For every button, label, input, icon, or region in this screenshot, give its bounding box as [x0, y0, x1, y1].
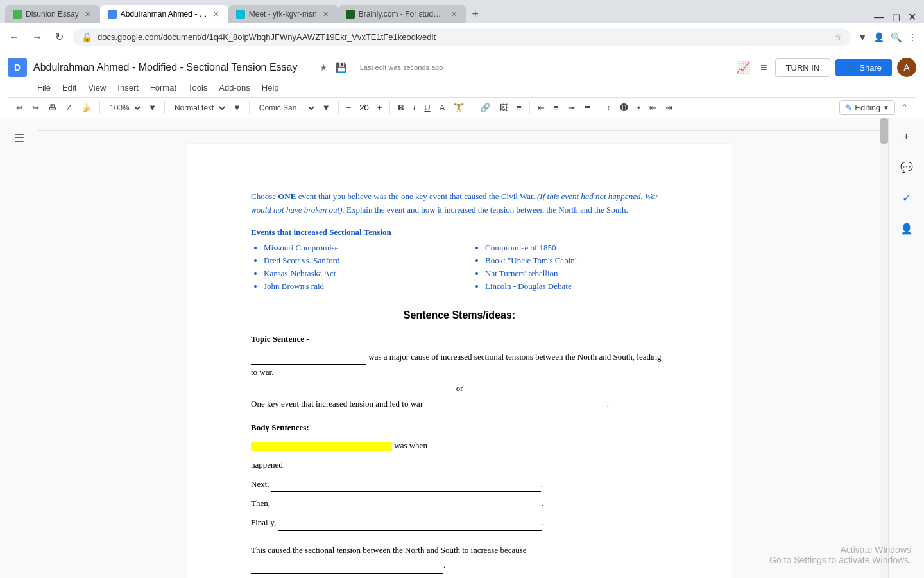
align-center[interactable]: ≡: [551, 101, 562, 114]
sidebar-add-icon[interactable]: +: [895, 125, 918, 148]
image-button[interactable]: 🖼: [496, 101, 511, 114]
share-button[interactable]: 👤 Share: [835, 59, 892, 76]
bullet-list-btn[interactable]: •: [634, 101, 644, 114]
align-left[interactable]: ⇤: [535, 101, 548, 114]
align-button[interactable]: ≡: [513, 101, 525, 114]
tab-close-docs[interactable]: ✕: [211, 10, 221, 19]
tab-label-disunion: Disunion Essay: [26, 10, 79, 19]
address-bar-input[interactable]: 🔒 docs.google.com/document/d/1q4K_8olpWb…: [73, 28, 851, 46]
tab-brainly[interactable]: Brainly.com - For students. By st... ✕: [338, 5, 466, 23]
settings-button[interactable]: ⋮: [906, 30, 919, 44]
redo-button[interactable]: ↪: [29, 101, 42, 114]
turn-in-button[interactable]: TURN IN: [775, 58, 831, 77]
search-icon[interactable]: 🔍: [889, 30, 903, 44]
menu-view[interactable]: View: [83, 81, 111, 94]
align-right[interactable]: ⇥: [565, 101, 578, 114]
body-finally: Finally, .: [251, 515, 668, 530]
back-button[interactable]: ←: [5, 29, 23, 46]
justify[interactable]: ≣: [581, 101, 594, 114]
highlighted-blank: [251, 442, 392, 451]
menu-insert[interactable]: Insert: [112, 81, 144, 94]
body-blank-caused: [251, 557, 443, 573]
numbered-list[interactable]: ⓫: [617, 101, 631, 114]
zoom-chevron[interactable]: ▼: [145, 101, 160, 114]
scrollbar-thumb[interactable]: [880, 118, 888, 144]
toolbar-separator-2: [164, 101, 165, 114]
outline-icon[interactable]: ☰: [14, 131, 24, 145]
toolbar-separator-1: [99, 101, 100, 114]
document-scroll-area[interactable]: Choose ONE event that you believe was th…: [187, 131, 732, 578]
menu-file[interactable]: File: [32, 81, 56, 94]
event-item-7: Nat Turners' rebellion: [485, 268, 668, 279]
event-item-2: Dred Scott vs. Sanford: [264, 256, 447, 266]
toolbar-separator-7: [529, 101, 530, 114]
font-chevron[interactable]: ▼: [319, 101, 334, 114]
link-button[interactable]: 🔗: [477, 101, 493, 114]
present-icon[interactable]: 📈: [733, 58, 753, 77]
bold-button[interactable]: B: [395, 101, 407, 114]
bookmark-icon[interactable]: ☆: [835, 33, 842, 42]
center-heading: Sentence Stems/ideas:: [251, 310, 668, 321]
highlight-button[interactable]: 🏋: [450, 101, 467, 114]
style-select[interactable]: Normal text: [169, 101, 227, 114]
prompt-one: ONE: [278, 191, 296, 201]
edit-pencil-icon: ✎: [845, 103, 852, 112]
forward-button[interactable]: →: [28, 29, 46, 46]
spell-check-button[interactable]: ✓: [62, 101, 76, 114]
menu-addons[interactable]: Add-ons: [214, 81, 255, 94]
undo-button[interactable]: ↩: [13, 101, 26, 114]
menu-help[interactable]: Help: [257, 81, 284, 94]
paint-format-button[interactable]: 🍌: [78, 101, 95, 114]
extensions-button[interactable]: ▼: [856, 30, 869, 44]
tab-close-meet[interactable]: ✕: [321, 10, 330, 19]
lock-icon: 🔒: [81, 32, 92, 42]
tab-close-brainly[interactable]: ✕: [449, 10, 459, 19]
tab-meet[interactable]: Meet - yfk-kgvr-msn ✕: [228, 5, 338, 23]
event-item-4: John Brown's raid: [264, 281, 447, 292]
restore-button[interactable]: ◻: [892, 11, 900, 23]
underline-button[interactable]: U: [421, 101, 433, 114]
italic-button[interactable]: I: [410, 101, 419, 114]
refresh-button[interactable]: ↻: [51, 28, 67, 46]
user-avatar[interactable]: A: [897, 58, 916, 77]
tab-label-brainly: Brainly.com - For students. By st...: [359, 10, 445, 19]
font-size-decrease[interactable]: −: [343, 101, 355, 114]
menu-edit[interactable]: Edit: [57, 81, 81, 94]
print-button[interactable]: 🖶: [45, 101, 60, 114]
last-edit-text: Last edit was seconds ago: [360, 64, 443, 71]
scrollbar[interactable]: [880, 118, 888, 578]
star-icon[interactable]: ★: [318, 60, 330, 74]
sidebar-tasks-icon[interactable]: ✓: [895, 186, 918, 209]
document-page[interactable]: Choose ONE event that you believe was th…: [187, 144, 732, 578]
decrease-indent[interactable]: ⇤: [646, 101, 660, 114]
sidebar-contacts-icon[interactable]: 👤: [895, 217, 918, 240]
close-button[interactable]: ✕: [908, 11, 916, 23]
menu-format[interactable]: Format: [145, 81, 182, 94]
move-to-drive-icon[interactable]: 💾: [334, 60, 348, 74]
style-chevron[interactable]: ▼: [230, 101, 244, 114]
tab-docs[interactable]: Abdulrahman Ahmed - Modifie... ✕: [100, 5, 228, 23]
event-item-1: Missouri Compromise: [264, 243, 447, 253]
zoom-select[interactable]: 100%: [105, 101, 142, 114]
minimize-button[interactable]: —: [874, 12, 884, 23]
editing-mode-selector[interactable]: ✎ Editing ▼: [839, 100, 895, 115]
tab-disunion[interactable]: Disunion Essay ✕: [5, 5, 100, 23]
menu-tools[interactable]: Tools: [183, 81, 212, 94]
toolbar-separator-4: [338, 101, 339, 114]
new-tab-button[interactable]: +: [466, 5, 484, 23]
profile-button[interactable]: 👤: [871, 30, 886, 44]
events-list-1: Missouri Compromise Dred Scott vs. Sanfo…: [251, 243, 447, 292]
font-size-increase[interactable]: +: [374, 101, 386, 114]
document-title[interactable]: Abdulrahman Ahmed - Modified - Sectional…: [33, 62, 311, 73]
text-color-button[interactable]: A: [436, 101, 449, 114]
increase-indent[interactable]: ⇥: [662, 101, 676, 114]
tab-favicon-disunion: [13, 10, 22, 19]
events-columns: Missouri Compromise Dred Scott vs. Sanfo…: [251, 243, 668, 294]
font-select[interactable]: Comic San...: [254, 101, 316, 114]
sidebar-comment-icon[interactable]: 💬: [895, 155, 918, 179]
collapse-toolbar-button[interactable]: ⌃: [898, 101, 911, 114]
line-spacing[interactable]: ↕: [604, 101, 615, 114]
toolbar-separator-3: [249, 101, 250, 114]
tab-close-disunion[interactable]: ✕: [83, 10, 92, 19]
activity-icon[interactable]: ≡: [758, 58, 770, 77]
